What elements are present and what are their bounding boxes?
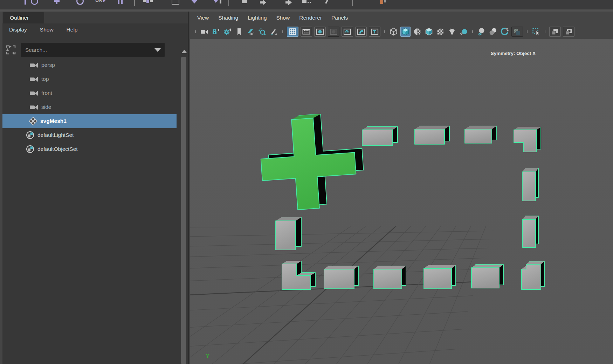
- grease-pencil-icon[interactable]: [269, 27, 278, 36]
- textured-icon[interactable]: [413, 27, 422, 36]
- motion-blur-icon[interactable]: [500, 27, 509, 36]
- arrow-right-2-icon[interactable]: [285, 0, 292, 8]
- bottom-corner-left[interactable]: [282, 261, 315, 289]
- chevron-down-icon[interactable]: [191, 0, 198, 8]
- textured-cube-icon[interactable]: [424, 27, 434, 36]
- shadows-icon[interactable]: [477, 27, 486, 36]
- clip-dots-icon[interactable]: [302, 0, 311, 8]
- scrollbar-thumb[interactable]: [181, 57, 186, 364]
- outliner-panel: Outliner DisplayShowHelp persptopfron: [0, 12, 188, 364]
- camera-icon: [29, 77, 39, 82]
- toolbar-separator: [525, 27, 529, 36]
- arrow-right-icon[interactable]: [260, 0, 266, 8]
- outliner-item-defaultObjectSet[interactable]: defaultObjectSet: [2, 142, 177, 156]
- bookmark-icon[interactable]: [234, 27, 244, 36]
- axis-y-label: Y: [206, 353, 209, 359]
- shelf-box-icon[interactable]: [242, 0, 247, 8]
- search-input[interactable]: [21, 43, 165, 57]
- top-box-2[interactable]: [415, 126, 449, 144]
- scrollbar-up-icon[interactable]: [181, 50, 187, 53]
- toolbar-separator: [281, 27, 285, 36]
- top-corner-right[interactable]: [514, 127, 541, 152]
- camera-attributes-icon[interactable]: [223, 27, 232, 36]
- field-chart-icon[interactable]: [342, 27, 353, 37]
- shaded-icon[interactable]: [400, 27, 411, 37]
- resolution-gate-icon[interactable]: [314, 27, 326, 37]
- viewport-3d[interactable]: Symmetry: Object X Y: [190, 39, 613, 364]
- pause-icon[interactable]: [118, 0, 123, 8]
- filter-icon[interactable]: [5, 43, 17, 58]
- snap-tool-icon[interactable]: [54, 0, 60, 8]
- top-box-1[interactable]: [362, 127, 398, 146]
- toolbar-separator: [383, 27, 387, 36]
- outliner-item-label: side: [41, 104, 51, 110]
- top-box-3[interactable]: [465, 126, 497, 143]
- tab-outliner[interactable]: Outliner: [3, 12, 44, 23]
- marquee-select-icon[interactable]: [531, 27, 541, 36]
- camera-icon: [29, 63, 39, 68]
- layered-view-icon[interactable]: [549, 27, 561, 37]
- ring-tool-icon[interactable]: [76, 0, 84, 8]
- outliner-item-label: defaultLightSet: [37, 132, 74, 138]
- outliner-list: persptopfrontsidesvgMesh1defaultLightSet…: [2, 58, 177, 156]
- bottom-box-3[interactable]: [424, 265, 456, 289]
- left-vertical-box[interactable]: [276, 217, 301, 250]
- outliner-item-front[interactable]: front: [2, 86, 177, 100]
- right-vertical-box-1[interactable]: [522, 168, 538, 201]
- paint-chevron-icon[interactable]: [213, 0, 221, 8]
- curve-tool-icon[interactable]: [31, 0, 38, 8]
- branch-icon[interactable]: [326, 0, 328, 8]
- grid-toggle-icon[interactable]: [287, 27, 298, 37]
- outliner-item-side[interactable]: side: [2, 100, 177, 114]
- bottom-corner-right[interactable]: [522, 261, 544, 289]
- outliner-menu-show[interactable]: Show: [40, 25, 54, 34]
- status-line-handle-icon[interactable]: [25, 0, 26, 8]
- rename-tool-icon[interactable]: UK▸: [95, 0, 106, 8]
- outliner-item-defaultLightSet[interactable]: defaultLightSet: [2, 128, 177, 142]
- outliner-menu-display[interactable]: Display: [9, 25, 27, 34]
- panel-edge: [0, 12, 2, 364]
- bottom-box-1[interactable]: [324, 266, 358, 289]
- viewport-menu-lighting[interactable]: Lighting: [248, 13, 267, 22]
- layered-view-2-icon[interactable]: [563, 27, 574, 37]
- viewport-menu-shading[interactable]: Shading: [218, 13, 238, 22]
- viewport-menu-renderer[interactable]: Renderer: [299, 13, 322, 22]
- film-gate-icon[interactable]: [301, 27, 312, 37]
- viewport-menu-panels[interactable]: Panels: [331, 13, 348, 22]
- set-icon: [26, 145, 35, 153]
- green-cross[interactable]: [258, 111, 366, 212]
- select-camera-icon[interactable]: [200, 27, 209, 36]
- isolate-select-icon[interactable]: [511, 27, 523, 37]
- outliner-item-svgMesh1[interactable]: svgMesh1: [2, 114, 177, 128]
- default-material-icon[interactable]: [459, 27, 468, 36]
- pan-zoom-icon[interactable]: [257, 27, 267, 36]
- right-vertical-box-2[interactable]: [523, 216, 538, 247]
- viewport-menu-view[interactable]: View: [197, 13, 209, 22]
- viewport-toolbar: [190, 24, 613, 39]
- camera-icon: [29, 91, 39, 96]
- graph-input-icon[interactable]: [143, 0, 153, 8]
- set-icon: [26, 131, 35, 139]
- bottom-box-4[interactable]: [471, 265, 503, 288]
- panel-frame-icon[interactable]: [172, 0, 179, 8]
- lighting-icon[interactable]: [447, 27, 457, 36]
- image-plane-icon[interactable]: [246, 27, 255, 36]
- scene-canvas[interactable]: [190, 39, 613, 364]
- outliner-item-top[interactable]: top: [2, 72, 177, 86]
- safe-title-icon[interactable]: [369, 27, 380, 37]
- search-dropdown-icon[interactable]: [154, 48, 161, 52]
- bottom-box-2[interactable]: [374, 266, 406, 289]
- viewport-menu-show[interactable]: Show: [276, 13, 290, 22]
- outliner-menu-help[interactable]: Help: [67, 25, 78, 34]
- gate-mask-icon[interactable]: [328, 27, 339, 37]
- wireframe-icon[interactable]: [389, 27, 398, 36]
- outliner-item-persp[interactable]: persp: [2, 58, 177, 72]
- outliner-item-label: svgMesh1: [40, 118, 67, 124]
- occlusion-icon[interactable]: [488, 27, 498, 36]
- safe-action-icon[interactable]: [355, 27, 367, 37]
- lock-camera-icon[interactable]: [211, 27, 221, 36]
- warning-tool-icon[interactable]: [380, 0, 386, 8]
- outliner-item-label: defaultObjectSet: [37, 146, 78, 152]
- wireframe-on-shaded-icon[interactable]: [436, 27, 445, 36]
- separator: [228, 0, 229, 8]
